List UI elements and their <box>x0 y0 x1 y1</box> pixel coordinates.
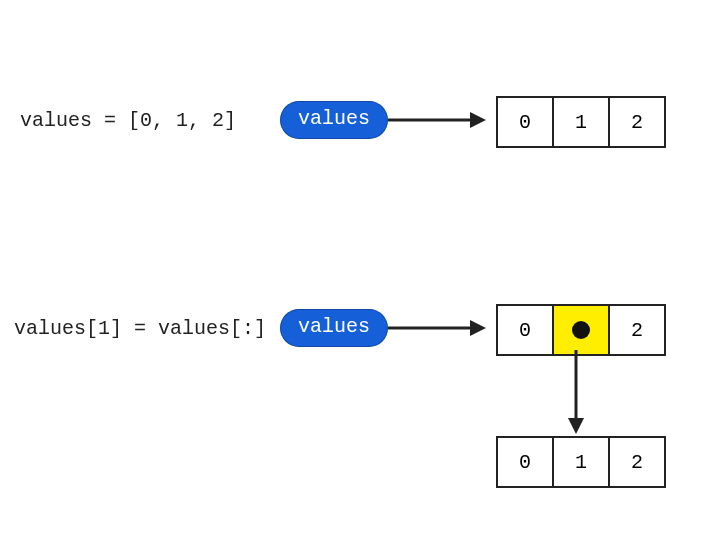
variable-pill-2: values <box>280 309 388 347</box>
arrow-2 <box>386 316 486 340</box>
cell: 2 <box>610 96 666 148</box>
diagram: values = [0, 1, 2] values 0 1 2 values[1… <box>0 0 720 540</box>
cell: 2 <box>610 436 666 488</box>
cell: 0 <box>496 436 554 488</box>
arrow-1 <box>386 108 486 132</box>
array-cells-1: 0 1 2 <box>496 96 666 148</box>
cell: 2 <box>610 304 666 356</box>
cell: 1 <box>554 96 610 148</box>
cell: 0 <box>496 96 554 148</box>
nested-array-cells: 0 1 2 <box>496 436 666 488</box>
cell: 1 <box>554 436 610 488</box>
variable-pill-1: values <box>280 101 388 139</box>
arrow-down <box>564 348 588 434</box>
code-line-1: values = [0, 1, 2] <box>20 109 236 132</box>
cell: 0 <box>496 304 554 356</box>
code-line-2: values[1] = values[:] <box>14 317 266 340</box>
pointer-dot-icon <box>572 321 590 339</box>
